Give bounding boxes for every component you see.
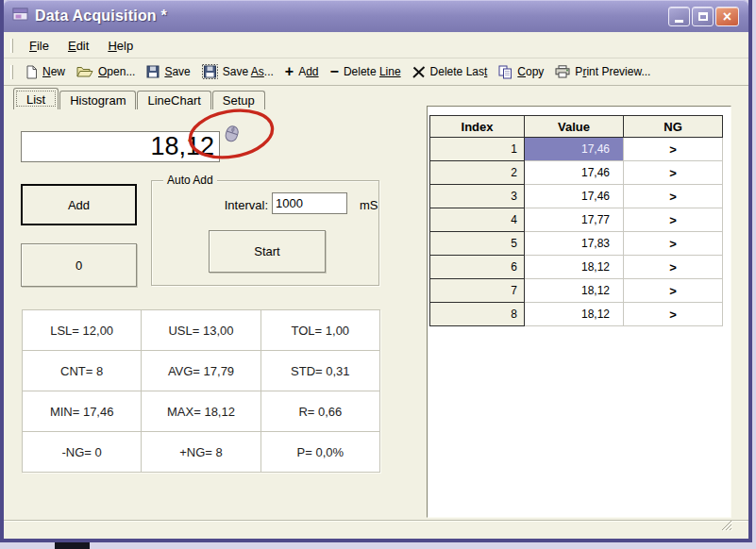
header-value[interactable]: Value [525, 116, 624, 138]
menu-bar: File Edit Help [4, 34, 748, 58]
print-preview-button[interactable]: Print Preview... [549, 60, 656, 83]
window-app-icon [12, 7, 29, 25]
save-as-button[interactable]: Save As... [196, 60, 279, 83]
row-ng[interactable]: > [624, 138, 723, 161]
row-index[interactable]: 1 [430, 138, 525, 161]
row-value[interactable]: 18,12 [525, 279, 624, 303]
row-index[interactable]: 6 [430, 256, 525, 279]
new-button[interactable]: New [20, 60, 71, 83]
toolbar-gripper [10, 65, 13, 79]
tab-linechart[interactable]: LineChart [137, 91, 210, 109]
minus-icon: − [330, 64, 339, 79]
stat-min: MIN= 17,46 [23, 391, 142, 432]
maximize-button[interactable] [692, 7, 714, 26]
tab-list[interactable]: List [13, 88, 59, 109]
close-icon: × [723, 9, 731, 25]
interval-label: Interval: [190, 198, 268, 212]
stat-usl: USL= 13,00 [142, 310, 260, 351]
row-index[interactable]: 4 [430, 208, 525, 232]
new-page-icon [25, 65, 38, 79]
table-row: 4 17,77 > [430, 208, 723, 232]
header-ng[interactable]: NG [624, 116, 723, 138]
row-value[interactable]: 17,46 [525, 185, 624, 208]
current-value-display: 18,12 [21, 131, 220, 162]
printer-icon [555, 65, 570, 78]
data-table: Index Value NG 1 17,46 > 2 17,46 > 3 17,… [429, 115, 723, 326]
menubar-gripper [10, 39, 13, 53]
auto-add-group: Auto Add Interval: mS Start [151, 180, 379, 286]
table-row: 8 18,12 > [430, 303, 723, 326]
row-ng[interactable]: > [624, 256, 723, 279]
delete-last-button[interactable]: Delete Last [407, 60, 494, 83]
resize-grip-icon[interactable] [720, 519, 733, 536]
menu-help[interactable]: Help [98, 36, 143, 56]
row-value[interactable]: 18,12 [525, 256, 624, 279]
delete-x-icon [412, 66, 426, 78]
taskbar-fragment [55, 542, 90, 549]
statistics-table: LSL= 12,00 USL= 13,00 TOL= 1,00 CNT= 8 A… [22, 309, 380, 473]
row-ng[interactable]: > [624, 279, 723, 303]
row-value[interactable]: 17,83 [525, 232, 624, 256]
interval-input[interactable] [272, 192, 347, 214]
maximize-icon [698, 12, 708, 21]
stat-r: R= 0,66 [260, 391, 379, 432]
open-folder-icon [76, 65, 93, 78]
mouse-icon [221, 124, 244, 154]
row-index[interactable]: 2 [430, 161, 525, 185]
add-button[interactable]: Add [21, 184, 137, 225]
stat-tol: TOL= 1,00 [260, 310, 379, 351]
start-button[interactable]: Start [209, 230, 326, 273]
menu-edit[interactable]: Edit [59, 36, 98, 56]
copy-button[interactable]: Copy [493, 60, 549, 83]
table-row: 6 18,12 > [430, 256, 723, 279]
row-value[interactable]: 17,46 [525, 161, 624, 185]
header-index[interactable]: Index [430, 116, 525, 138]
status-bar [4, 520, 748, 539]
titlebar[interactable]: Data Acquisition * × [4, 0, 748, 32]
stat-pos-ng: +NG= 8 [142, 432, 260, 473]
stat-max: MAX= 18,12 [142, 391, 260, 432]
data-panel: Index Value NG 1 17,46 > 2 17,46 > 3 17,… [427, 106, 731, 518]
stat-avg: AVG= 17,79 [142, 351, 260, 391]
table-header-row: Index Value NG [430, 116, 723, 138]
save-button[interactable]: Save [141, 60, 195, 83]
plus-icon: + [285, 64, 294, 79]
row-ng[interactable]: > [624, 208, 723, 232]
table-row: 5 17,83 > [430, 232, 723, 256]
stat-neg-ng: -NG= 0 [23, 432, 142, 473]
copy-pages-icon [498, 65, 512, 79]
row-value[interactable]: 17,77 [525, 208, 624, 232]
close-button[interactable]: × [715, 7, 739, 26]
menu-file[interactable]: File [20, 36, 59, 56]
window-title: Data Acquisition * [35, 8, 167, 25]
stat-lsl: LSL= 12,00 [23, 310, 142, 351]
table-row: 3 17,46 > [430, 185, 723, 208]
add-toolbar-button[interactable]: + Add [279, 60, 325, 83]
stat-p: P= 0,0% [260, 432, 379, 473]
row-value-selected[interactable]: 17,46 [525, 138, 624, 161]
save-floppy-icon [146, 65, 160, 78]
row-ng[interactable]: > [624, 185, 723, 208]
table-row: 7 18,12 > [430, 279, 723, 303]
row-index[interactable]: 8 [430, 303, 525, 326]
row-index[interactable]: 7 [430, 279, 525, 303]
row-ng[interactable]: > [624, 303, 723, 326]
app-window: Data Acquisition * × File Edit Help New [0, 0, 752, 542]
row-index[interactable]: 3 [430, 185, 525, 208]
table-row: 1 17,46 > [430, 138, 723, 161]
count-button[interactable]: 0 [21, 243, 137, 287]
table-row: 2 17,46 > [430, 161, 723, 185]
save-as-floppy-icon [202, 64, 218, 79]
minimize-button[interactable] [668, 7, 690, 26]
open-button[interactable]: Open... [71, 60, 141, 83]
tab-histogram[interactable]: Histogram [59, 91, 136, 109]
row-index[interactable]: 5 [430, 232, 525, 256]
delete-line-button[interactable]: − Delete Line [325, 60, 407, 83]
auto-add-group-title: Auto Add [163, 174, 217, 187]
toolbar: New Open... Save Save As... [4, 58, 748, 86]
row-value[interactable]: 18,12 [525, 303, 624, 326]
row-ng[interactable]: > [624, 232, 723, 256]
row-ng[interactable]: > [624, 161, 723, 185]
desktop: Data Acquisition * × File Edit Help New [0, 0, 756, 549]
tab-setup[interactable]: Setup [212, 91, 265, 109]
